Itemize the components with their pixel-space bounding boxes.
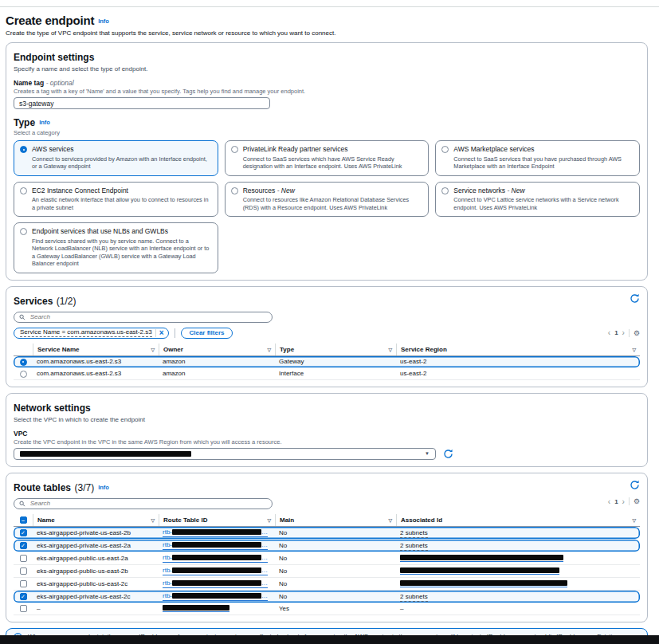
sort-icon[interactable]: ▽ — [388, 347, 392, 352]
filter-chip-text: Service Name = com.amazonaws.us-east-2.s… — [20, 328, 152, 337]
service-row-interface[interactable]: com.amazonaws.us-east-2.s3 amazon Interf… — [14, 368, 640, 380]
radio-icon[interactable] — [231, 146, 238, 153]
sort-icon[interactable]: ▽ — [267, 517, 271, 523]
radio-icon[interactable] — [441, 146, 449, 153]
route-table-id-link[interactable]: rtb-… — [163, 541, 268, 550]
sort-icon[interactable]: ▽ — [632, 517, 636, 523]
settings-gear-icon[interactable]: ⚙ — [634, 329, 640, 337]
route-table-row[interactable]: eks-airgapped-public-us-east-2c rtb-… No — [14, 578, 640, 591]
type-card-privatelink-partner[interactable]: PrivateLink Ready partner services Conne… — [225, 140, 430, 176]
radio-icon[interactable] — [20, 228, 27, 235]
checkbox-checked[interactable]: ✓ — [20, 593, 27, 600]
route-table-id-link[interactable]: rtb-… — [163, 579, 268, 588]
column-header-owner[interactable]: Owner▽ — [159, 344, 275, 355]
refresh-icon[interactable] — [630, 293, 640, 304]
sort-icon[interactable]: ▽ — [632, 347, 636, 352]
clear-filters-button[interactable]: Clear filters — [181, 328, 232, 339]
refresh-icon[interactable] — [630, 480, 640, 490]
redacted-vpc-value — [20, 451, 191, 457]
settings-gear-icon[interactable]: ⚙ — [634, 497, 640, 505]
previous-page-icon[interactable]: ‹ — [608, 497, 610, 506]
route-table-id-link[interactable]: rtb-… — [163, 567, 268, 575]
remove-filter-icon[interactable]: × — [155, 329, 167, 337]
type-card-ec2-instance-connect[interactable]: EC2 Instance Connect Endpoint An elastic… — [14, 182, 218, 218]
select-all-checkbox[interactable]: – — [20, 516, 27, 524]
column-header-main[interactable]: Main▽ — [275, 514, 396, 526]
services-search-input[interactable] — [29, 312, 267, 321]
checkbox-unchecked[interactable] — [20, 580, 27, 587]
cell-main: No — [275, 540, 396, 551]
route-table-id-link[interactable]: rtb-… — [163, 528, 268, 537]
route-table-row[interactable]: – Yes – — [14, 603, 640, 615]
route-table-row[interactable]: eks-airgapped-public-us-east-2a rtb-… No — [14, 552, 640, 565]
redacted-id — [172, 567, 261, 573]
checkbox-checked[interactable]: ✓ — [20, 542, 27, 549]
network-settings-title: Network settings — [14, 402, 91, 414]
cell-service-region: us-east-2 — [396, 356, 640, 367]
column-header-type[interactable]: Type▽ — [275, 344, 396, 355]
type-card-service-networks[interactable]: Service networks - New Connect to VPC La… — [435, 182, 640, 218]
page-number[interactable]: 1 — [614, 329, 618, 336]
radio-selected-icon[interactable] — [20, 146, 27, 153]
type-card-aws-services[interactable]: AWS services Connect to services provide… — [14, 140, 218, 176]
associated-subnets-link[interactable]: 2 subnets — [400, 593, 428, 602]
column-header-associated-id[interactable]: Associated Id▽ — [396, 514, 640, 526]
cell-name: eks-airgapped-private-us-east-2b — [33, 528, 159, 538]
type-card-resources[interactable]: Resources - New Connect to resources lik… — [225, 182, 430, 218]
column-header-name[interactable]: Name▽ — [33, 514, 159, 526]
route-table-row[interactable]: ✓ eks-airgapped-private-us-east-2c rtb-…… — [14, 591, 640, 603]
sort-icon[interactable]: ▽ — [388, 517, 392, 523]
sort-icon[interactable]: ▽ — [267, 347, 271, 352]
name-tag-input[interactable] — [14, 97, 270, 109]
service-row-gateway[interactable]: com.amazonaws.us-east-2.s3 amazon Gatewa… — [14, 356, 640, 368]
services-pagination: ‹ 1 › ⚙ — [608, 328, 640, 337]
radio-icon[interactable] — [20, 187, 27, 194]
route-table-id-link[interactable]: rtb-… — [163, 554, 268, 563]
sort-icon[interactable]: ▽ — [151, 347, 155, 352]
associated-subnets-link[interactable]: 2 subnets — [400, 542, 428, 551]
column-header-service-name[interactable]: Service Name▽ — [33, 344, 159, 355]
services-table-header: Service Name▽ Owner▽ Type▽ Service Regio… — [14, 344, 640, 356]
route-tables-search[interactable] — [14, 498, 273, 509]
redacted-id — [172, 593, 261, 599]
new-tag: - New — [507, 187, 524, 194]
associated-subnets-link[interactable]: 2 subnets — [400, 529, 428, 538]
column-header-route-table-id[interactable]: Route Table ID▽ — [159, 514, 275, 526]
radio-icon[interactable] — [441, 187, 449, 194]
column-header-service-region[interactable]: Service Region▽ — [396, 344, 640, 355]
service-name-filter-chip[interactable]: Service Name = com.amazonaws.us-east-2.s… — [14, 328, 169, 339]
route-table-id-link[interactable]: rtb-… — [163, 592, 268, 601]
type-info-link[interactable]: Info — [39, 119, 50, 126]
page-number[interactable]: 1 — [614, 498, 618, 505]
page-info-link[interactable]: Info — [98, 18, 109, 25]
checkbox-unchecked[interactable] — [20, 567, 27, 575]
route-tables-search-input[interactable] — [29, 499, 267, 508]
radio-icon[interactable] — [231, 187, 238, 194]
route-table-id-link[interactable] — [163, 605, 229, 612]
refresh-icon[interactable] — [443, 449, 453, 459]
checkbox-unchecked[interactable] — [20, 555, 27, 562]
cell-main: No — [275, 566, 396, 576]
divider — [629, 329, 630, 337]
next-page-icon[interactable]: › — [622, 497, 625, 506]
previous-page-icon[interactable]: ‹ — [608, 328, 610, 337]
services-count: (1/2) — [57, 296, 76, 307]
type-card-nlb-gwlb-services[interactable]: Endpoint services that use NLBs and GWLB… — [14, 222, 218, 273]
type-card-description: Connect to SaaS services that you have p… — [453, 155, 633, 171]
type-category-grid: AWS services Connect to services provide… — [14, 140, 640, 273]
type-card-marketplace[interactable]: AWS Marketplace services Connect to SaaS… — [435, 140, 640, 176]
endpoint-settings-title: Endpoint settings — [14, 52, 94, 63]
route-table-row[interactable]: ✓ eks-airgapped-private-us-east-2b rtb-…… — [14, 527, 640, 540]
redacted-id — [172, 580, 261, 586]
vpc-select[interactable]: ▼ — [14, 448, 436, 460]
route-tables-info-link[interactable]: Info — [98, 484, 109, 491]
checkbox-unchecked[interactable] — [20, 605, 27, 612]
sort-icon[interactable]: ▽ — [151, 517, 155, 523]
checkbox-checked[interactable]: ✓ — [20, 529, 27, 536]
next-page-icon[interactable]: › — [622, 328, 625, 337]
route-table-row[interactable]: eks-airgapped-public-us-east-2b rtb-… No — [14, 565, 640, 578]
radio-icon[interactable] — [20, 371, 27, 378]
radio-selected-icon[interactable] — [20, 359, 27, 366]
services-search[interactable] — [14, 312, 273, 323]
route-table-row[interactable]: ✓ eks-airgapped-private-us-east-2a rtb-…… — [14, 540, 640, 552]
